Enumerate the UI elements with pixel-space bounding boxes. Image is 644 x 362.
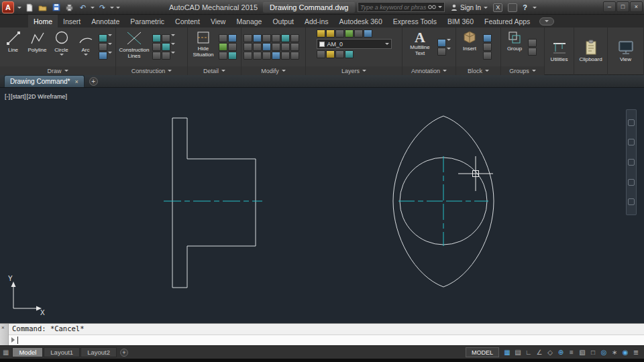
ribbon-tab-featured-apps[interactable]: Featured Apps [479, 15, 535, 27]
mini-caret-icon[interactable] [171, 34, 175, 36]
hide-situation-button[interactable]: Hide Situation [190, 29, 217, 58]
layer-dropdown[interactable]: AM_0 [317, 39, 392, 49]
mini-tool-icon[interactable] [272, 43, 280, 51]
dimension-tool-icon[interactable] [437, 39, 446, 47]
close-button[interactable]: × [630, 1, 643, 12]
mini-tool-icon[interactable] [228, 52, 237, 60]
infocenter-search[interactable] [358, 2, 445, 12]
mini-tool-icon[interactable] [228, 43, 237, 51]
block-attributes-icon[interactable] [483, 52, 492, 60]
visual-style-control[interactable]: [2D Wireframe] [27, 93, 68, 100]
ribbon-tab-content[interactable]: Content [170, 15, 205, 27]
new-layout-button[interactable]: + [120, 349, 128, 357]
panel-label-construction[interactable]: Construction [116, 66, 187, 75]
binoculars-search-icon[interactable] [428, 4, 436, 10]
isodraft-icon[interactable]: ◇ [545, 347, 555, 357]
mini-tool-icon[interactable] [152, 34, 161, 42]
layer-properties-icon[interactable] [354, 29, 363, 38]
ribbon-tab-manage[interactable]: Manage [231, 15, 267, 27]
rotate-tool-icon[interactable] [253, 34, 262, 42]
mini-tool-icon[interactable] [152, 52, 161, 60]
ribbon-minimize-button[interactable] [539, 17, 554, 25]
workspace-caret-icon[interactable] [17, 7, 21, 9]
dimension-caret-icon[interactable] [447, 39, 451, 41]
circle-button[interactable]: Circle [50, 29, 72, 56]
ribbon-tab-view[interactable]: View [205, 15, 231, 27]
move-tool-icon[interactable] [244, 34, 252, 42]
model-tab[interactable]: Model [12, 347, 43, 357]
command-input-line[interactable] [9, 335, 644, 345]
mini-tool-icon[interactable] [219, 34, 227, 42]
layer-on-off-icon[interactable] [317, 29, 325, 38]
mini-tool-icon[interactable] [272, 34, 280, 42]
mini-caret-icon[interactable] [171, 52, 175, 54]
layout2-tab[interactable]: Layout2 [80, 347, 117, 357]
command-window[interactable]: × Command: *Cancel* [0, 323, 644, 345]
layer-unisolate-icon[interactable] [326, 50, 335, 58]
ribbon-tab-express-tools[interactable]: Express Tools [388, 15, 442, 27]
infer-icon[interactable]: ∟ [523, 347, 534, 357]
navigation-bar[interactable] [626, 109, 637, 215]
a360-icon[interactable] [508, 3, 517, 12]
ribbon-tab-insert[interactable]: Insert [58, 15, 86, 27]
command-close-icon[interactable]: × [1, 324, 5, 330]
panel-label-draw[interactable]: Draw [0, 66, 115, 75]
showmotion-icon[interactable] [628, 198, 635, 205]
annotation-scale-icon[interactable]: ◎ [598, 347, 609, 357]
ribbon-tab-addins[interactable]: Add-ins [299, 15, 334, 27]
full-navigation-wheel-icon[interactable] [628, 119, 635, 126]
mini-tool-icon[interactable] [162, 34, 170, 42]
circle-flyout-caret-icon[interactable] [60, 54, 64, 56]
viewport-menu-control[interactable]: [-] [5, 93, 10, 100]
mirror-tool-icon[interactable] [253, 43, 262, 51]
undo-caret-icon[interactable] [91, 7, 95, 9]
orbit-icon[interactable] [628, 179, 635, 186]
layout-quickview-icon[interactable]: ▦ [3, 349, 9, 356]
search-input[interactable] [360, 4, 426, 11]
file-tab-close-icon[interactable]: × [74, 78, 78, 85]
redo-icon[interactable]: ↷ [97, 3, 108, 13]
line-button[interactable]: Line [2, 29, 24, 54]
zoom-icon[interactable] [628, 159, 635, 166]
panel-label-modify[interactable]: Modify [241, 66, 305, 75]
arc-flyout-caret-icon[interactable] [84, 54, 88, 56]
leader-tool-icon[interactable] [437, 48, 446, 56]
mini-tool-icon[interactable] [162, 52, 170, 60]
ribbon-tab-bim360[interactable]: BIM 360 [442, 15, 479, 27]
create-block-icon[interactable] [483, 34, 492, 42]
panel-label-layers[interactable]: Layers [306, 66, 402, 75]
new-file-icon[interactable] [23, 3, 35, 13]
insert-block-button[interactable]: Insert [458, 29, 481, 52]
ribbon-tab-annotate[interactable]: Annotate [86, 15, 125, 27]
stretch-tool-icon[interactable] [244, 52, 252, 60]
layout1-tab[interactable]: Layout1 [44, 347, 80, 357]
multiline-text-button[interactable]: A Multiline Text [405, 29, 435, 57]
customize-menu-icon[interactable]: ≣ [631, 347, 641, 357]
undo-icon[interactable]: ↶ [77, 3, 89, 13]
ungroup-icon[interactable] [528, 39, 537, 47]
layer-freeze-icon[interactable] [326, 29, 335, 38]
ribbon-tab-parametric[interactable]: Parametric [125, 15, 170, 27]
boundary-tool-icon[interactable] [99, 52, 107, 60]
open-file-icon[interactable] [37, 3, 48, 13]
help-caret-icon[interactable] [533, 7, 537, 9]
layer-walk-icon[interactable] [345, 50, 354, 58]
mini-tool-icon[interactable] [290, 34, 299, 42]
mini-tool-icon[interactable] [290, 43, 299, 51]
ribbon-tab-home[interactable]: Home [28, 15, 58, 27]
scale-tool-icon[interactable] [253, 52, 262, 60]
search-caret-icon[interactable] [438, 6, 442, 8]
model-space[interactable]: Y X [0, 88, 644, 323]
arc-button[interactable]: Arc [74, 29, 97, 56]
grid-icon[interactable]: ▦ [502, 347, 513, 357]
canvas-background[interactable] [0, 88, 644, 323]
leader-caret-icon[interactable] [447, 48, 451, 50]
mini-tool-icon[interactable] [281, 43, 290, 51]
layer-lock-icon[interactable] [335, 29, 344, 38]
group-edit-icon[interactable] [528, 48, 537, 56]
mini-tool-icon[interactable] [281, 34, 290, 42]
mini-tool-icon[interactable] [152, 43, 161, 51]
ribbon-tab-output[interactable]: Output [267, 15, 299, 27]
isolate-objects-icon[interactable]: ◉ [620, 347, 631, 357]
layer-isolate-icon[interactable] [317, 50, 325, 58]
